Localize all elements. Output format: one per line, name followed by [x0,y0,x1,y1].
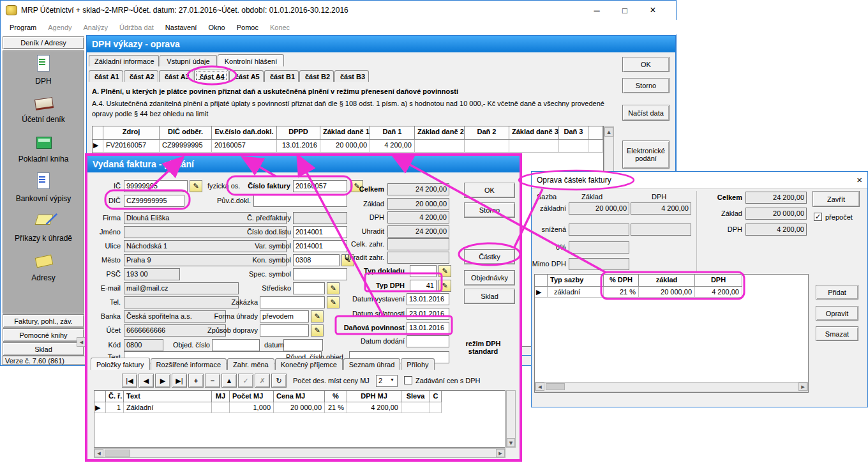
sidebar-item-bankovni-vypisy[interactable]: Bankovní výpisy [3,171,84,208]
sidebar-item-ucetni-denik[interactable]: Účetní deník [3,92,84,129]
scroll-left-icon[interactable]: ◂ [535,383,544,391]
scroll-down-icon[interactable]: ▾ [507,438,515,447]
zpusob-dopravy-picker-icon[interactable]: ✎ [311,324,324,337]
hscroll-thumb[interactable] [546,383,565,390]
subtab-cast-a4[interactable]: část A4 [194,70,228,82]
forma-uhrady-field[interactable]: převodem [260,310,309,323]
tab-zahr-mena[interactable]: Zahr. měna [227,358,274,370]
zpusob-dopravy-field[interactable] [260,324,309,337]
invoice-ok-button[interactable]: OK [464,183,515,198]
rates-table-row[interactable]: ▶ základní 21 % 20 000,00 4 200,00 [535,287,742,298]
sidebar-button-pomocne-knihy[interactable]: Pomocné knihy [3,328,84,342]
sidebar-item-dph[interactable]: DPH [3,54,84,91]
hscroll-thumb[interactable] [105,450,130,457]
close-icon[interactable]: × [857,174,862,185]
close-icon[interactable]: × [639,2,667,19]
opravit-button[interactable]: Opravit [816,306,858,321]
nav-post-button[interactable]: ✓ [238,374,253,388]
tab-zakladni-informace[interactable]: Základní informace [89,55,159,66]
ic-field[interactable]: 99999995 [124,180,188,192]
zakladni-zaklad-field[interactable]: 20 000,00 [569,202,629,215]
menu-pomoc[interactable]: Pomoc [232,22,264,33]
menu-agendy[interactable]: Agendy [43,22,77,33]
nav-insert-button[interactable]: + [188,374,204,388]
prepocet-checkbox[interactable]: ✓ [814,213,822,221]
typ-dokladu-field[interactable] [410,265,437,277]
tab-prilohy[interactable]: Přílohy [401,358,434,370]
scroll-right-icon[interactable]: ▸ [798,383,807,391]
nav-refresh-button[interactable]: ↻ [271,374,287,388]
menu-analyzy[interactable]: Analýzy [79,22,114,33]
ok-button[interactable]: OK [622,57,670,72]
sidebar-item-prikazy-k-uhrade[interactable]: Příkazy k úhradě [3,211,84,248]
storno-button[interactable]: Storno [622,78,670,93]
zadavani-cen-checkbox[interactable] [404,376,412,384]
menu-program[interactable]: Program [4,22,41,33]
typ-dph-field[interactable]: 41 [410,280,437,292]
nacist-data-button[interactable]: Načíst data [622,105,670,121]
tab-kontrolni-hlaseni[interactable]: Kontrolní hlášení [218,54,284,66]
sidebar-button-sklad[interactable]: Sklad [3,342,84,356]
sidebar-item-pokladni-kniha[interactable]: Pokladní kniha [3,132,84,169]
menu-nastaveni[interactable]: Nastavení [160,22,202,33]
subtab-cast-b1[interactable]: část B1 [264,70,299,82]
invoice-storno-button[interactable]: Storno [464,202,515,218]
snizena-zaklad-field[interactable] [569,224,629,236]
mimo-dph-zaklad-field[interactable] [569,258,629,270]
scroll-right-icon[interactable]: ▸ [496,449,505,457]
zakladni-dph-field[interactable]: 4 200,00 [631,202,691,215]
objednavky-button[interactable]: Objednávky [464,270,515,285]
pridat-button[interactable]: Přidat [816,285,858,300]
tab-vstupni-udaje[interactable]: Vstupní údaje [160,55,217,66]
titlebar[interactable]: MRP Účetnictví + sklad~2-MRP~Účet. datum… [1,1,676,20]
nav-last-button[interactable]: ▶| [172,374,187,388]
datum-dodani-field[interactable] [407,335,449,347]
scroll-up-icon[interactable]: ▴ [604,127,613,137]
subtab-cast-b2[interactable]: část B2 [299,70,334,82]
typ-dokladu-picker-icon[interactable]: ✎ [438,265,451,277]
scroll-left-icon[interactable]: ◂ [94,449,103,457]
nula-zaklad-field[interactable] [569,241,629,254]
tab-polozky-faktury[interactable]: Položky faktury [91,358,150,370]
typ-dph-picker-icon[interactable]: ✎ [438,280,451,292]
sidebar-item-adresy[interactable]: Adresy [3,250,84,287]
nav-cancel-button[interactable]: ✗ [255,374,270,388]
datum-vystaveni-field[interactable]: 13.01.2016 [407,293,449,305]
nav-prev-button[interactable]: ◀ [138,374,154,388]
maximize-icon[interactable]: □ [611,2,639,19]
items-table-row[interactable]: ▶ 1 Základní 1,000 20 000,00 21 % 4 200,… [94,402,442,413]
nav-delete-button[interactable]: − [205,374,220,388]
tab-rozsirene-informace[interactable]: Rozšířené informace [151,358,227,370]
smazat-button[interactable]: Smazat [816,326,858,341]
nav-edit-button[interactable]: ▲ [221,374,237,388]
subtab-cast-a1[interactable]: část A1 [89,70,123,82]
castky-button[interactable]: Částky [464,249,515,264]
items-vscrollbar[interactable]: ▾ [506,390,516,448]
danova-povinnost-field[interactable]: 13.01.2016 [407,322,449,334]
zakazka-field[interactable] [260,296,325,308]
subtab-cast-a2[interactable]: část A2 [124,70,158,82]
subtab-cast-a5[interactable]: část A5 [229,70,264,82]
stredisko-field[interactable] [293,282,325,294]
objed-cislo-field[interactable] [212,339,260,351]
snizena-dph-field[interactable] [631,224,691,236]
sklad-button[interactable]: Sklad [464,289,515,304]
nav-first-button[interactable]: |◀ [122,374,137,388]
tab-konecny-prijemce[interactable]: Konečný příjemce [275,358,343,370]
forma-uhrady-picker-icon[interactable]: ✎ [311,310,324,323]
subtab-cast-b3[interactable]: část B3 [334,70,369,82]
nav-next-button[interactable]: ▶ [155,374,170,388]
psc-field[interactable]: 193 00 [124,268,180,280]
minimize-icon[interactable]: ─ [583,2,611,19]
invoice-dialog-titlebar[interactable]: Vydaná faktura - přidání [87,156,520,172]
datum-splatnosti-field[interactable]: 23.01.2016 [407,308,449,320]
objed-datum-field[interactable] [283,339,323,351]
subtab-cast-a3[interactable]: část A3 [159,70,193,82]
tab-seznam-uhrad[interactable]: Seznam úhrad [343,358,401,370]
amounts-dialog-titlebar[interactable]: Oprava částek faktury × [532,172,867,189]
menu-konec[interactable]: Konec [265,22,295,33]
items-hscrollbar[interactable]: ◂ ▸ [94,448,505,458]
rates-hscrollbar[interactable]: ◂ ▸ [535,382,808,391]
sidebar-tab-denik-adresy[interactable]: Deník / Adresy [3,36,84,49]
menu-udrzba[interactable]: Údržba dat [114,22,159,33]
